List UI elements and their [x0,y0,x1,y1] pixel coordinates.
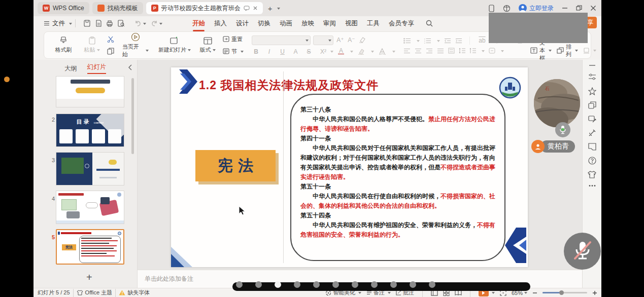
slideshow-caret[interactable] [492,292,495,295]
reading-frame-icon[interactable] [588,143,596,151]
progress-marker[interactable] [390,281,397,288]
progress-marker[interactable] [429,281,435,288]
increase-indent-icon[interactable] [455,38,462,44]
layers-icon[interactable] [588,101,596,109]
shrink-text-button[interactable]: ab [477,37,487,44]
menu-item-animation[interactable]: 动画 [275,18,297,29]
participant-mic-icon[interactable] [555,122,570,137]
align-center-icon[interactable] [415,48,422,54]
login-button[interactable]: 立即登录 [519,4,554,13]
font-name-select[interactable] [252,35,311,45]
properties-icon[interactable] [588,73,596,81]
decrease-indent-icon[interactable] [444,38,451,44]
collapse-panel-icon[interactable] [128,64,132,70]
print-icon[interactable] [106,20,113,27]
file-menu[interactable]: 文件 [44,19,72,28]
align-right-icon[interactable] [426,48,433,54]
line-spacing-icon[interactable] [459,48,465,54]
save-icon[interactable] [84,20,90,27]
print-preview-icon[interactable] [118,20,124,27]
mobile-view-icon[interactable] [488,5,495,12]
reset-button[interactable]: 重置 [223,35,244,44]
integration-cube-icon[interactable] [503,5,511,12]
menu-item-view[interactable]: 视图 [341,18,362,29]
animation-icon[interactable] [588,115,596,123]
webcam-avatar[interactable]: 石 [534,79,580,127]
progress-marker[interactable] [236,281,243,288]
paragraph-spacing-icon[interactable] [469,48,476,54]
highlight-color-icon[interactable] [358,49,365,55]
help-icon[interactable] [588,157,596,165]
progress-marker[interactable] [313,281,320,288]
close-window-icon[interactable] [590,5,596,11]
zoom-slider-thumb[interactable] [559,290,564,295]
bold-button[interactable]: B [252,48,260,55]
slide-thumbnail-1[interactable] [56,76,124,107]
textbox-button[interactable]: 文本框 [530,46,552,55]
undo-button[interactable] [134,20,146,26]
tools-icon[interactable] [588,129,596,137]
paste-button[interactable]: 粘贴 [79,33,105,57]
minimize-window-icon[interactable] [562,5,568,11]
progress-marker[interactable] [294,281,300,288]
menu-item-review[interactable]: 审阅 [319,18,341,29]
bullet-list-icon[interactable] [403,38,411,44]
menu-item-member[interactable]: 会员专享 [384,18,419,29]
add-slide-button[interactable]: + [86,272,92,283]
underline-button[interactable]: U [278,48,287,55]
font-size-select[interactable] [313,35,333,45]
new-slide-button[interactable]: 新建幻灯片 [157,33,192,57]
progress-marker[interactable] [410,281,416,288]
more-options-icon[interactable] [588,184,596,187]
missing-font-button[interactable]: 缺失字体 [119,289,150,296]
align-text-vertical-icon[interactable] [489,48,495,54]
tab-outline[interactable]: 大纲 [64,64,77,73]
slide-thumbnail-2[interactable]: 目录 CONTENT [56,114,124,147]
decrease-font-button[interactable]: A⁻ [347,36,356,44]
format-object-button[interactable] [583,46,596,55]
progress-marker[interactable] [255,281,262,288]
progress-marker[interactable] [371,281,378,288]
keyword-box[interactable]: 宪法 [195,150,276,181]
strikethrough-button[interactable]: S [304,48,313,55]
menu-item-home[interactable]: 开始 [188,18,210,29]
mute-microphone-button[interactable] [564,233,601,270]
skin-theme-icon[interactable] [588,171,596,178]
slide-thumbnail-3[interactable] [56,152,124,185]
zoom-out-button[interactable] [532,290,537,295]
slide-page[interactable]: 1.2 我国相关法律法规及政策文件 宪法 第三十八条 中华人民共和国公民的人格尊… [171,67,528,267]
menu-item-insert[interactable]: 插入 [210,18,231,29]
layout-button[interactable]: 版式 [194,33,221,57]
superscript-button[interactable]: X² [318,48,329,55]
participant-name-badge[interactable]: 黄柏青 [531,140,575,153]
copy-button[interactable] [107,47,114,56]
arrange-button[interactable]: 排列 [557,46,578,55]
tab-slides[interactable]: 幻灯片 [87,63,107,74]
slide-title[interactable]: 1.2 我国相关法律法规及政策文件 [199,78,379,93]
tab-wps-office[interactable]: W WPS Office [38,2,89,14]
collapse-strip-icon[interactable] [589,64,596,67]
italic-button[interactable]: I [265,48,274,55]
theme-button[interactable]: Office 主题 [77,289,113,296]
search-icon[interactable] [426,20,433,27]
sidebar-scrollbar[interactable] [131,78,134,154]
tab-template-store[interactable]: 找稿壳模板 [92,2,143,14]
text-effects-icon[interactable] [379,48,386,55]
play-from-current-button[interactable]: 当页开始 [122,33,149,57]
zoom-slider[interactable] [543,292,587,293]
menu-item-transition[interactable]: 切换 [253,18,275,29]
increase-font-button[interactable]: A⁺ [336,36,345,44]
export-icon[interactable] [95,20,101,27]
menu-item-tools[interactable]: 工具 [362,18,384,29]
font-color-button[interactable]: A [338,48,344,55]
slide-thumbnail-5-selected[interactable]: 宪法 [56,229,124,265]
cut-button[interactable] [107,35,114,44]
slide-thumbnail-4[interactable] [56,191,124,224]
justify-icon[interactable] [437,48,444,54]
effects-star-icon[interactable] [588,87,596,95]
progress-marker[interactable] [352,281,358,288]
menu-item-design[interactable]: 设计 [231,18,253,29]
redo-button[interactable] [151,20,162,26]
article-text-block[interactable]: 第三十八条 中华人民共和国公民的人格尊严不受侵犯。禁止用任何方法对公民进行侮辱、… [290,94,505,261]
progress-marker[interactable] [332,281,339,288]
